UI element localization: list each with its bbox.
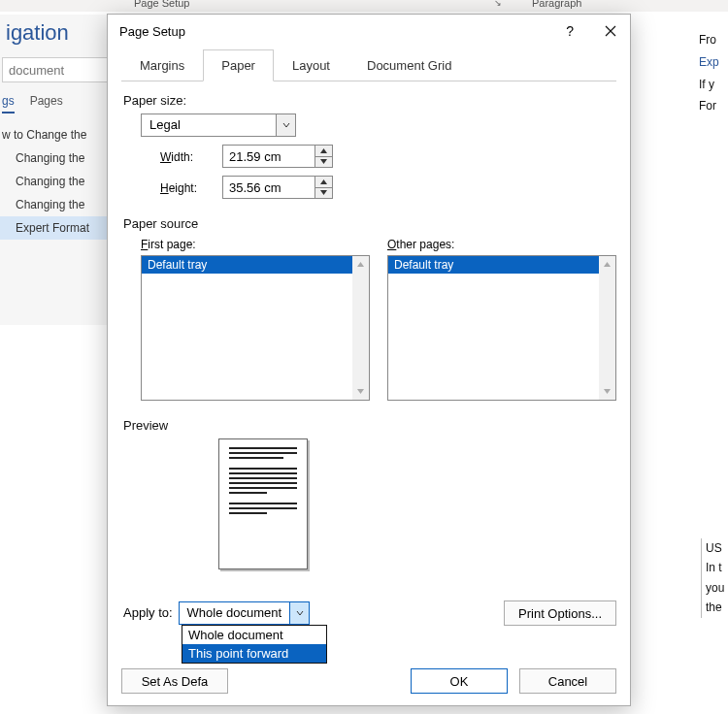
page-setup-dialog: Page Setup ? Margins Paper Layout Docume… bbox=[107, 14, 631, 706]
scrollbar bbox=[599, 256, 615, 400]
caret-up-icon bbox=[357, 262, 364, 267]
width-input[interactable] bbox=[223, 146, 314, 167]
caret-down-icon bbox=[320, 159, 327, 164]
list-item[interactable]: Default tray bbox=[388, 256, 615, 274]
caret-up-icon bbox=[604, 262, 611, 267]
dialog-launcher-icon[interactable]: ↘ bbox=[494, 0, 502, 8]
caret-down-icon bbox=[320, 190, 327, 195]
paper-size-combo[interactable]: Legal bbox=[141, 114, 296, 137]
scroll-down[interactable] bbox=[352, 383, 369, 400]
width-spin-up[interactable] bbox=[315, 146, 332, 157]
doc-line: the bbox=[706, 598, 728, 617]
apply-to-dropdown-list: Whole document This point forward bbox=[182, 625, 327, 664]
width-label: Width: bbox=[160, 149, 222, 164]
paper-size-dropdown-button[interactable] bbox=[276, 114, 295, 136]
doc-text-right-lower: US In t you the bbox=[701, 538, 728, 618]
print-options-button[interactable]: Print Options... bbox=[504, 600, 616, 626]
first-page-tray-listbox[interactable]: Default tray bbox=[141, 255, 370, 401]
scroll-down[interactable] bbox=[599, 383, 615, 400]
doc-line: If y bbox=[699, 74, 728, 96]
doc-line-link[interactable]: Exp bbox=[699, 51, 728, 74]
chevron-down-icon bbox=[282, 121, 290, 129]
doc-line: you bbox=[706, 578, 728, 598]
doc-line: Fro bbox=[699, 29, 728, 51]
caret-up-icon bbox=[320, 179, 327, 184]
doc-line: In t bbox=[706, 558, 728, 577]
doc-text-right: Fro Exp If y For bbox=[699, 29, 728, 117]
dialog-footer: Set As Defa OK Cancel bbox=[121, 668, 616, 694]
preview-area bbox=[218, 438, 616, 569]
height-label: Height: bbox=[160, 180, 222, 195]
dialog-title: Page Setup bbox=[119, 24, 185, 39]
height-spinner[interactable] bbox=[222, 176, 333, 199]
ribbon-group-paragraph: Paragraph bbox=[532, 0, 581, 9]
dialog-help-button[interactable]: ? bbox=[566, 23, 574, 39]
tab-layout[interactable]: Layout bbox=[274, 49, 348, 81]
apply-to-option[interactable]: This point forward bbox=[182, 644, 326, 663]
width-spin-down[interactable] bbox=[315, 157, 332, 168]
other-pages-label: Other pages: bbox=[387, 237, 616, 251]
scrollbar bbox=[352, 256, 369, 400]
ribbon-group-labels: Page Setup ↘ Paragraph bbox=[0, 0, 728, 12]
scroll-up[interactable] bbox=[352, 256, 369, 273]
doc-line: US bbox=[706, 538, 728, 558]
scroll-up[interactable] bbox=[599, 256, 615, 273]
apply-to-value: Whole document bbox=[180, 602, 290, 624]
doc-line: For bbox=[699, 95, 728, 117]
dialog-body: Margins Paper Layout Document Grid Paper… bbox=[108, 49, 630, 626]
dialog-tabs: Margins Paper Layout Document Grid bbox=[121, 49, 616, 81]
preview-section-label: Preview bbox=[123, 418, 616, 433]
apply-to-label: Apply to: bbox=[123, 601, 173, 620]
other-pages-tray-listbox[interactable]: Default tray bbox=[387, 255, 616, 401]
paper-source-section-label: Paper source bbox=[123, 216, 616, 231]
width-spinner[interactable] bbox=[222, 145, 333, 168]
ribbon-group-page-setup: Page Setup bbox=[134, 0, 190, 9]
dialog-titlebar: Page Setup ? bbox=[108, 15, 630, 48]
set-as-default-button[interactable]: Set As Defa bbox=[121, 668, 228, 694]
caret-down-icon bbox=[357, 389, 364, 394]
chevron-down-icon bbox=[296, 609, 304, 617]
tab-margins[interactable]: Margins bbox=[121, 49, 203, 81]
nav-tab-headings[interactable]: gs bbox=[2, 94, 15, 114]
close-button[interactable] bbox=[597, 17, 624, 45]
close-icon bbox=[605, 25, 616, 37]
tab-paper[interactable]: Paper bbox=[203, 49, 274, 81]
paper-size-value: Legal bbox=[142, 114, 276, 136]
page-preview-thumbnail bbox=[218, 438, 308, 569]
height-input[interactable] bbox=[223, 177, 314, 198]
nav-tab-pages[interactable]: Pages bbox=[30, 94, 63, 114]
paper-size-section-label: Paper size: bbox=[123, 93, 616, 108]
apply-to-combo[interactable]: Whole document bbox=[179, 601, 311, 625]
tab-document-grid[interactable]: Document Grid bbox=[348, 49, 470, 81]
ok-button[interactable]: OK bbox=[411, 668, 508, 694]
apply-to-dropdown-button[interactable] bbox=[289, 602, 309, 624]
list-item[interactable]: Default tray bbox=[142, 256, 369, 274]
first-page-label: First page: bbox=[141, 237, 370, 251]
cancel-button[interactable]: Cancel bbox=[519, 668, 616, 694]
caret-up-icon bbox=[320, 148, 327, 153]
apply-to-option[interactable]: Whole document bbox=[182, 626, 326, 644]
height-spin-down[interactable] bbox=[315, 188, 332, 199]
caret-down-icon bbox=[604, 389, 611, 394]
height-spin-up[interactable] bbox=[315, 177, 332, 188]
